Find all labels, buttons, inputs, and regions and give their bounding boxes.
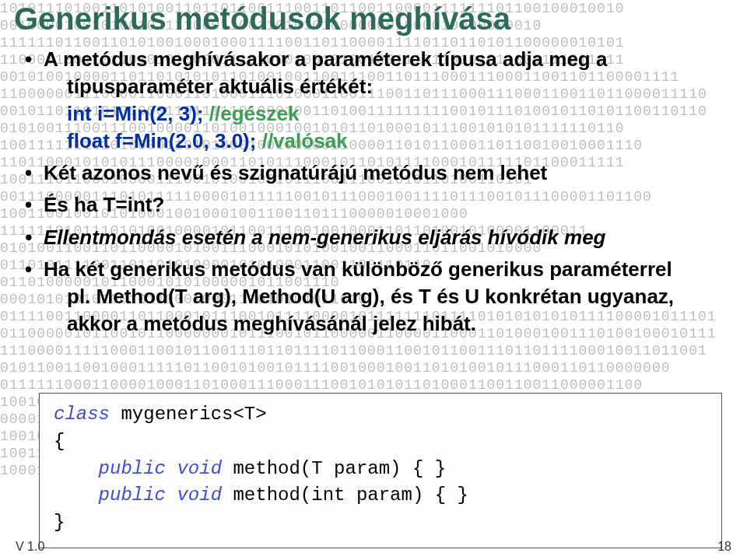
bullet-1: A metódus meghívásakor a paraméterek típ… <box>25 46 733 155</box>
code-line-5: } <box>54 509 707 537</box>
footer: V 1.0 18 <box>16 540 731 554</box>
footer-page-number: 18 <box>717 540 731 554</box>
slide-title: Generikus metódusok meghívása <box>14 0 733 37</box>
bullet-1-line1: A metódus meghívásakor a paraméterek típ… <box>44 47 607 71</box>
footer-version: V 1.0 <box>16 540 44 554</box>
code-line-2: { <box>54 429 707 456</box>
code-block: class mygenerics<T> { public void method… <box>39 393 722 548</box>
bullet-list: A metódus meghívásakor a paraméterek típ… <box>14 46 733 338</box>
bullet-2: Két azonos nevű és szignatúrájú metódus … <box>25 159 733 187</box>
code-line-3: public void method(T param) { } <box>54 456 707 483</box>
code-line-1: class mygenerics<T> <box>54 401 707 429</box>
code-line-4: public void method(int param) { } <box>54 482 707 509</box>
bullet-5-line2: pl. Method(T arg), Method(U arg), és T é… <box>44 283 733 310</box>
bullet-4: Ellentmondás esetén a nem-generikus eljá… <box>25 224 733 251</box>
bullet-5-line1: Ha két generikus metódus van különböző g… <box>44 257 672 281</box>
bullet-5-line3: akkor a metódus meghívásánál jelez hibát… <box>44 310 733 338</box>
bullet-1-code1: int i=Min(2, 3); //egészek <box>44 100 733 128</box>
bullet-1-code2: float f=Min(2.0, 3.0); //valósak <box>44 128 733 155</box>
slide-content: Generikus metódusok meghívása A metódus … <box>0 0 747 338</box>
bullet-3: És ha T=int? <box>25 191 733 219</box>
bullet-5: Ha két generikus metódus van különböző g… <box>25 256 733 338</box>
bullet-1-line2: típusparaméter aktuális értékét: <box>44 73 733 100</box>
